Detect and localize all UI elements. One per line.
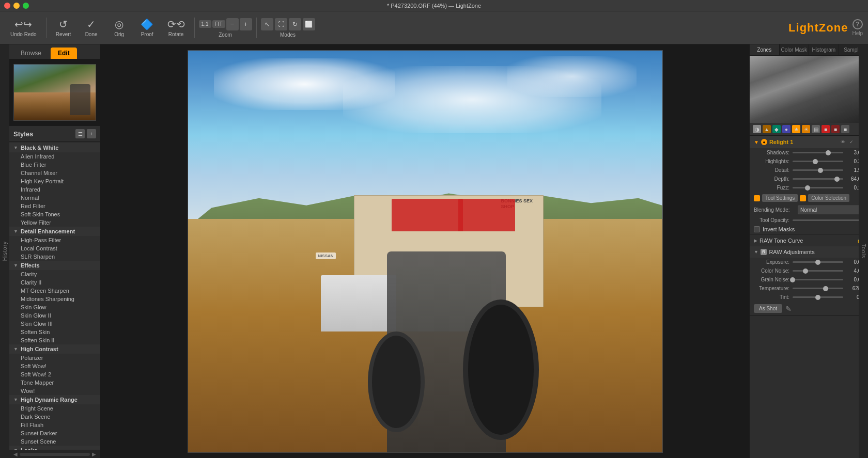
style-group-1[interactable]: ▼Detail Enhancement xyxy=(9,227,100,236)
style-item-2-2[interactable]: MT Green Sharpen xyxy=(9,287,100,295)
slider-track-3[interactable] xyxy=(793,178,843,180)
style-item-4-2[interactable]: Fill Flash xyxy=(9,421,100,429)
style-item-2-0[interactable]: Clarity xyxy=(9,270,100,278)
undo-redo-button[interactable]: ↩↪ Undo Redo xyxy=(5,16,42,39)
circle-icon[interactable]: ● xyxy=(782,125,791,133)
styles-list-view-button[interactable]: ☰ xyxy=(75,129,85,138)
raw-slider-thumb-0[interactable] xyxy=(815,260,820,265)
style-item-2-5[interactable]: Skin Glow II xyxy=(9,311,100,320)
red-icon[interactable]: ■ xyxy=(822,125,830,133)
raw-slider-track-4[interactable] xyxy=(793,296,843,298)
style-item-3-1[interactable]: Soft Wow! xyxy=(9,362,100,370)
minimize-button[interactable] xyxy=(13,3,20,9)
style-item-0-6[interactable]: Red Filter xyxy=(9,202,100,210)
style-item-2-6[interactable]: Skin Glow III xyxy=(9,320,100,328)
style-item-4-4[interactable]: Sunset Scene xyxy=(9,437,100,446)
crop-mode-button[interactable]: ⛶ xyxy=(275,18,287,30)
relight-check-icon[interactable]: ✓ xyxy=(848,138,855,146)
style-item-2-3[interactable]: Midtones Sharpening xyxy=(9,295,100,303)
style-group-2[interactable]: ▼Effects xyxy=(9,261,100,270)
style-item-0-5[interactable]: Normal xyxy=(9,194,100,202)
style-item-0-3[interactable]: High Key Portrait xyxy=(9,177,100,185)
raw-tone-curve-section[interactable]: ▶ RAW Tone Curve 🔒 xyxy=(750,234,868,246)
style-item-4-1[interactable]: Dark Scene xyxy=(9,413,100,421)
as-shot-button[interactable]: As Shot xyxy=(754,304,782,313)
style-item-3-0[interactable]: Polarizer xyxy=(9,354,100,362)
style-group-5[interactable]: ▼Looks xyxy=(9,446,100,450)
style-item-0-7[interactable]: Soft Skin Tones xyxy=(9,210,100,218)
raw-slider-thumb-3[interactable] xyxy=(823,286,828,291)
relight-eye-icon[interactable]: 👁 xyxy=(839,138,846,146)
style-group-0[interactable]: ▼Black & White xyxy=(9,143,100,152)
style-item-3-3[interactable]: Tone Mapper xyxy=(9,378,100,387)
history-tab-sidebar[interactable]: History xyxy=(0,44,9,458)
style-item-4-3[interactable]: Sunset Darker xyxy=(9,429,100,437)
rp-tab-histogram[interactable]: Histogram xyxy=(809,44,839,55)
invert-masks-checkbox[interactable] xyxy=(754,226,760,232)
blending-mode-select[interactable]: Normal xyxy=(798,206,864,214)
style-item-1-2[interactable]: SLR Sharpen xyxy=(9,252,100,261)
style-item-0-2[interactable]: Channel Mixer xyxy=(9,169,100,177)
style-item-2-8[interactable]: Soften Skin II xyxy=(9,336,100,344)
help-button[interactable]: ? Help xyxy=(852,19,863,36)
slider-thumb-2[interactable] xyxy=(818,168,823,173)
raw-slider-track-2[interactable] xyxy=(793,279,843,280)
scroll-track[interactable] xyxy=(20,453,90,456)
style-item-0-0[interactable]: Alien Infrared xyxy=(9,152,100,161)
style-item-2-7[interactable]: Soften Skin xyxy=(9,328,100,336)
color-selection-button[interactable]: Color Selection xyxy=(808,194,849,202)
styles-add-button[interactable]: + xyxy=(87,129,96,138)
style-item-2-1[interactable]: Clarity II xyxy=(9,278,100,287)
raw-slider-track-0[interactable] xyxy=(793,261,843,263)
rp-tab-color-mask[interactable]: Color Mask xyxy=(780,44,810,55)
stack-icon[interactable]: ▤ xyxy=(812,125,820,133)
proof-button[interactable]: 🔷 Proof xyxy=(134,16,160,39)
raw-slider-thumb-4[interactable] xyxy=(815,295,820,300)
scroll-right-arrow[interactable]: ▶ xyxy=(92,451,96,457)
style-item-0-4[interactable]: Infrared xyxy=(9,185,100,194)
edit-tab[interactable]: Edit xyxy=(51,48,77,59)
rotate-button[interactable]: ⟳⟲ Rotate xyxy=(162,16,190,39)
zoom-fit-button[interactable]: FIT xyxy=(212,20,225,28)
rp-tab-zones[interactable]: Zones xyxy=(750,44,780,55)
style-item-1-1[interactable]: Local Contrast xyxy=(9,244,100,252)
region-mode-button[interactable]: ⬜ xyxy=(303,18,315,30)
style-group-3[interactable]: ▼High Contrast xyxy=(9,344,100,354)
scroll-left-arrow[interactable]: ◀ xyxy=(13,451,18,457)
dark-red-icon[interactable]: ■ xyxy=(831,125,840,133)
slider-thumb-0[interactable] xyxy=(826,150,831,155)
window-controls[interactable] xyxy=(4,3,29,9)
raw-slider-track-3[interactable] xyxy=(793,288,843,289)
done-button[interactable]: ✓ Done xyxy=(79,16,104,39)
relight-section-header[interactable]: ▼ ● Relight 1 👁 ✓ ✕ xyxy=(750,136,868,148)
maximize-button[interactable] xyxy=(23,3,29,9)
slider-track-0[interactable] xyxy=(793,152,843,153)
style-item-3-4[interactable]: Wow! xyxy=(9,387,100,395)
style-item-0-1[interactable]: Blue Filter xyxy=(9,161,100,169)
raw-adjustments-header[interactable]: ▼ R RAW Adjustments ? xyxy=(750,246,868,258)
cursor-mode-button[interactable]: ↖ xyxy=(261,18,273,30)
triangle-icon[interactable]: ▲ xyxy=(763,125,771,133)
gray-icon[interactable]: ■ xyxy=(841,125,849,133)
rotate-mode-button[interactable]: ↻ xyxy=(289,18,301,30)
raw-slider-thumb-1[interactable] xyxy=(803,269,808,274)
eyedropper-icon[interactable]: ✎ xyxy=(785,305,792,313)
sun-icon[interactable]: ☀ xyxy=(802,125,810,133)
slider-track-2[interactable] xyxy=(793,169,843,171)
zoom-11-button[interactable]: 1:1 xyxy=(199,20,211,28)
zoom-in-button[interactable]: + xyxy=(240,18,252,30)
style-item-3-2[interactable]: Soft Wow! 2 xyxy=(9,370,100,378)
style-item-0-8[interactable]: Yellow Filter xyxy=(9,218,100,227)
raw-slider-track-1[interactable] xyxy=(793,270,843,272)
tool-settings-button[interactable]: Tool Settings xyxy=(762,194,798,202)
diamond-icon[interactable]: ◆ xyxy=(772,125,781,133)
slider-thumb-1[interactable] xyxy=(813,159,818,164)
close-button[interactable] xyxy=(4,3,10,9)
raw-slider-thumb-2[interactable] xyxy=(790,277,795,282)
orig-button[interactable]: ◎ Orig xyxy=(106,16,132,39)
slider-thumb-3[interactable] xyxy=(834,177,840,182)
style-group-4[interactable]: ▼High Dynamic Range xyxy=(9,395,100,404)
browse-tab[interactable]: Browse xyxy=(13,48,49,59)
slider-thumb-4[interactable] xyxy=(805,185,810,191)
slider-track-1[interactable] xyxy=(793,161,843,162)
